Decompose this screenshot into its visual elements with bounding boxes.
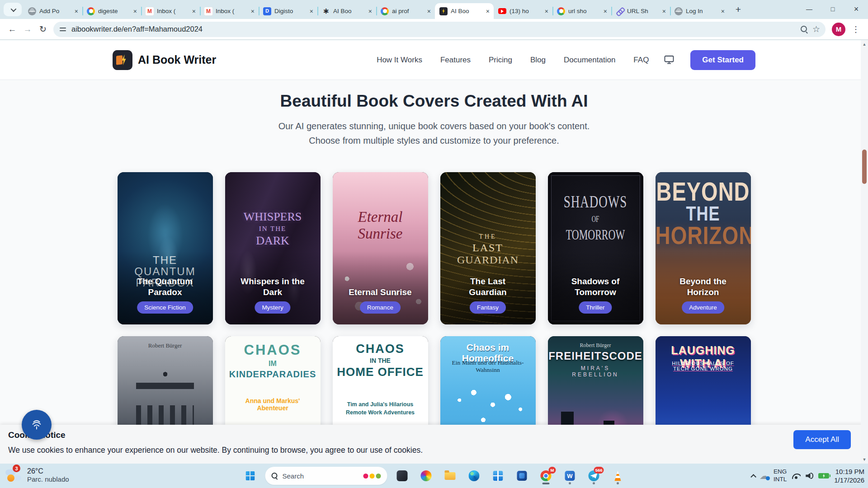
tab-close-icon[interactable]: × [250, 8, 255, 15]
browser-tab[interactable]: D Digisto × [259, 3, 317, 19]
language-indicator[interactable]: ENGINTL [774, 468, 787, 483]
site-header: AI Book Writer How It WorksFeaturesPrici… [0, 40, 868, 80]
tab-title: Digisto [274, 8, 306, 14]
onedrive-icon[interactable]: ☁ [760, 471, 769, 480]
tab-favicon-icon [557, 7, 565, 15]
tab-title: digeste [98, 8, 129, 14]
weather-widget[interactable]: 3 26°C Parc. nublado [5, 466, 69, 484]
nav-link[interactable]: Blog [530, 56, 546, 65]
site-nav: How It WorksFeaturesPricingBlogDocumenta… [377, 56, 649, 65]
browser-tab[interactable]: URL Sh × [611, 3, 670, 19]
tab-close-icon[interactable]: × [720, 8, 726, 15]
scroll-down-icon[interactable]: ▼ [861, 457, 868, 462]
forward-button[interactable]: → [20, 22, 35, 37]
tab-title: url sho [568, 8, 599, 14]
tab-close-icon[interactable]: × [544, 8, 549, 15]
tab-close-icon[interactable]: × [309, 8, 314, 15]
nav-link[interactable]: Pricing [489, 56, 512, 65]
tab-close-icon[interactable]: × [74, 8, 79, 15]
taskbar-search[interactable]: Search [265, 467, 387, 485]
book-cover-card[interactable]: THE LAST GUARDIAN The Last Guardian Fant… [440, 172, 536, 324]
taskbar-app-button[interactable] [441, 467, 459, 485]
profile-avatar[interactable]: M [832, 23, 845, 36]
browser-tab[interactable]: Add Po × [24, 3, 82, 19]
minimize-button[interactable]: — [797, 0, 821, 18]
volume-icon[interactable] [806, 473, 813, 479]
taskbar-clock[interactable]: 10:19 PM 1/17/2026 [834, 467, 864, 485]
desktop: Add Po × digeste × M Inbox ( × M Inbox (… [0, 0, 868, 488]
scrollbar-thumb[interactable] [862, 150, 867, 184]
browser-tab[interactable]: url sho × [552, 3, 611, 19]
nav-link[interactable]: How It Works [377, 56, 422, 65]
app-icon: W [565, 471, 575, 481]
browser-tab[interactable]: digeste × [82, 3, 141, 19]
web-page: AI Book Writer How It WorksFeaturesPrici… [0, 40, 868, 464]
scroll-up-icon[interactable]: ▲ [861, 42, 868, 47]
start-button[interactable] [241, 467, 259, 485]
book-cover-card[interactable]: BEYOND THE HORIZON Beyond the Horizon Ad… [656, 172, 751, 324]
nav-link[interactable]: Features [440, 56, 471, 65]
genre-badge: Science Fiction [137, 301, 193, 314]
browser-tab[interactable]: Log In × [670, 3, 729, 19]
bookmark-star-icon[interactable]: ☆ [812, 24, 820, 34]
book-cover-card[interactable]: WHISPERS IN THE DARK Whispers in the Dar… [225, 172, 321, 324]
taskbar-app-button[interactable] [489, 467, 507, 485]
tab-close-icon[interactable]: × [191, 8, 197, 15]
book-cover-card[interactable]: Eternal Sunrise Eternal Sunrise Romance [333, 172, 428, 324]
taskbar-app-button[interactable] [393, 467, 411, 485]
get-started-button[interactable]: Get Started [690, 50, 755, 70]
tab-close-icon[interactable]: × [426, 8, 432, 15]
tab-close-icon[interactable]: × [485, 8, 491, 15]
book-title: Beyond the Horizon [669, 276, 737, 298]
tab-close-icon[interactable]: × [368, 8, 373, 15]
tab-search-button[interactable] [4, 3, 22, 16]
tab-title: ai prof [392, 8, 423, 14]
taskbar-app-button[interactable] [513, 467, 531, 485]
browser-tab[interactable]: ∗ AI Boo × [317, 3, 376, 19]
tab-close-icon[interactable]: × [132, 8, 138, 15]
browser-tab-strip: Add Po × digeste × M Inbox ( × M Inbox (… [0, 0, 868, 19]
taskbar-app-button[interactable] [417, 467, 435, 485]
zoom-out-icon[interactable] [801, 26, 808, 33]
site-logo-icon[interactable] [113, 50, 132, 70]
cookie-notice-message: We use cookies to enhance your experienc… [8, 446, 423, 455]
browser-tab[interactable]: (13) ho × [494, 3, 552, 19]
browser-tab[interactable]: M Inbox ( × [141, 3, 200, 19]
address-bar[interactable]: aibookwriter.de/en?aff=Mahamoud2024 ☆ [53, 22, 826, 37]
wifi-icon[interactable] [792, 473, 801, 479]
taskbar-app-button[interactable]: M [537, 467, 555, 485]
page-scrollbar[interactable]: ▲ ▼ [861, 40, 868, 464]
browser-tab[interactable]: M Inbox ( × [200, 3, 259, 19]
taskbar-app-button[interactable]: W [561, 467, 579, 485]
privacy-fingerprint-button[interactable] [22, 410, 52, 440]
site-brand[interactable]: AI Book Writer [138, 53, 216, 66]
back-button[interactable]: ← [5, 22, 20, 37]
tray-chevron-up-icon[interactable] [750, 474, 756, 480]
nav-link[interactable]: Documentation [564, 56, 615, 65]
accept-all-button[interactable]: Accept All [793, 430, 851, 449]
browser-tab[interactable]: ai prof × [376, 3, 435, 19]
nav-link[interactable]: FAQ [633, 56, 649, 65]
book-cover-card[interactable]: SHADOWS OF TOMORROW Shadows of Tomorrow … [548, 172, 643, 324]
maximize-button[interactable]: □ [821, 0, 844, 18]
reload-button[interactable]: ↻ [35, 22, 51, 37]
tab-close-icon[interactable]: × [661, 8, 667, 15]
taskbar-app-button[interactable] [465, 467, 483, 485]
taskbar-app-button[interactable] [609, 467, 627, 485]
display-mode-icon[interactable] [664, 55, 674, 65]
new-tab-button[interactable]: + [731, 3, 745, 16]
tab-close-icon[interactable]: × [603, 8, 608, 15]
tab-title: (13) ho [509, 8, 541, 14]
close-button[interactable]: × [844, 0, 868, 18]
battery-icon[interactable] [818, 473, 829, 479]
browser-menu-icon[interactable]: ⋮ [848, 24, 863, 34]
site-settings-icon[interactable] [59, 25, 67, 33]
tab-favicon-icon [381, 7, 389, 15]
app-icon [421, 470, 432, 481]
url-text[interactable]: aibookwriter.de/en?aff=Mahamoud2024 [71, 25, 796, 33]
book-cover-card[interactable]: THE QUANTUM PARADOX The Quantum Paradox … [118, 172, 213, 324]
browser-tab[interactable]: AI Boo × [435, 3, 494, 19]
taskbar-app-button[interactable]: 566 [585, 467, 603, 485]
tab-favicon-icon [614, 5, 625, 17]
browser-toolbar: ← → ↻ aibookwriter.de/en?aff=Mahamoud202… [0, 19, 868, 40]
